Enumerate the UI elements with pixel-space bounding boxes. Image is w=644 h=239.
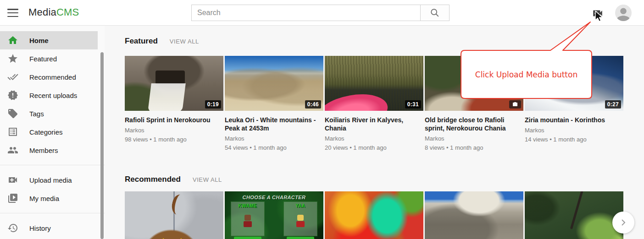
video-thumbnail[interactable] bbox=[425, 191, 523, 239]
game-screen-title: CHOOSE A CHARACTER bbox=[225, 195, 323, 200]
sidebar-item-categories[interactable]: Categories bbox=[0, 123, 98, 141]
person-icon bbox=[615, 6, 632, 21]
star-icon bbox=[7, 53, 18, 64]
tag-icon bbox=[7, 108, 18, 119]
history-icon bbox=[7, 223, 18, 234]
duration-badge: 0:46 bbox=[305, 100, 321, 109]
media-meta: 98 views • 1 month ago bbox=[125, 136, 223, 143]
sidebar-scrollbar[interactable] bbox=[100, 52, 104, 239]
thumb-art bbox=[148, 83, 186, 111]
thumb-art bbox=[244, 221, 252, 227]
recommended-cards-row: CHOOSE A CHARACTER KWAME Selected YAA Se… bbox=[125, 191, 625, 239]
view-all-link[interactable]: VIEW ALL bbox=[193, 176, 222, 183]
character-panel: YAA Select bbox=[283, 201, 317, 236]
video-thumbnail[interactable]: 0:31 bbox=[325, 56, 423, 111]
photo-camera-icon bbox=[512, 102, 518, 107]
media-card: 0:46 Leuka Ori - White mountains - Peak … bbox=[225, 56, 323, 152]
sidebar-group-media: Upload media My media bbox=[0, 165, 105, 207]
duration-badge: 0:19 bbox=[205, 100, 221, 109]
mediacms-page: MediaCMS Home bbox=[0, 0, 644, 239]
sidebar-item-home[interactable]: Home bbox=[0, 31, 98, 49]
media-card: CHOOSE A CHARACTER KWAME Selected YAA Se… bbox=[225, 191, 323, 239]
media-card bbox=[125, 191, 223, 239]
video-thumbnail[interactable] bbox=[525, 191, 623, 239]
sidebar-item-label: Featured bbox=[29, 55, 57, 63]
view-all-link[interactable]: VIEW ALL bbox=[170, 38, 199, 45]
duration-badge: 0:27 bbox=[605, 100, 621, 109]
media-author[interactable]: Markos bbox=[425, 135, 523, 142]
media-title[interactable]: Old bridge close to Rafioli sprint, Nero… bbox=[425, 116, 523, 132]
media-meta: 20 views • 1 month ago bbox=[325, 144, 423, 152]
sidebar-item-label: Upload media bbox=[29, 176, 72, 184]
search-input[interactable] bbox=[191, 5, 421, 21]
media-title[interactable]: Ziria mountain - Korinthos bbox=[525, 116, 623, 124]
media-author[interactable]: Markos bbox=[225, 135, 323, 142]
thumb-art bbox=[244, 215, 251, 221]
media-author[interactable]: Markos bbox=[125, 126, 223, 134]
sidebar-item-history[interactable]: History bbox=[0, 219, 98, 237]
sidebar-item-label: Categories bbox=[29, 128, 63, 136]
sidebar-group-history: History bbox=[0, 213, 105, 237]
thumb-art bbox=[570, 191, 584, 229]
sidebar-group-main: Home Featured Recommended Recent uploads… bbox=[0, 26, 105, 159]
categories-icon bbox=[7, 126, 18, 137]
topbar: MediaCMS bbox=[0, 0, 644, 26]
logo-media: Media bbox=[28, 6, 56, 18]
sidebar-item-upload-media[interactable]: Upload media bbox=[0, 171, 98, 189]
annotation-label: Click Upload Media button bbox=[461, 50, 592, 98]
video-thumbnail[interactable]: 0:46 bbox=[225, 56, 323, 111]
media-card bbox=[525, 191, 623, 239]
members-icon bbox=[7, 145, 18, 156]
menu-line bbox=[7, 16, 18, 17]
media-meta: 14 views • 1 month ago bbox=[525, 136, 623, 143]
media-meta: 54 views • 1 month ago bbox=[225, 144, 323, 152]
home-icon bbox=[7, 35, 18, 46]
sidebar-item-recommended[interactable]: Recommended bbox=[0, 68, 98, 86]
thumb-art bbox=[297, 215, 304, 221]
upload-media-button[interactable] bbox=[592, 7, 604, 19]
video-thumbnail[interactable]: CHOOSE A CHARACTER KWAME Selected YAA Se… bbox=[225, 191, 323, 239]
character-select-button: Selected bbox=[234, 237, 261, 239]
sidebar-item-label: Home bbox=[29, 37, 49, 44]
sidebar-item-label: History bbox=[29, 224, 51, 232]
sidebar-item-my-media[interactable]: My media bbox=[0, 189, 98, 207]
media-title[interactable]: Leuka Ori - White mountains - Peak at 24… bbox=[225, 116, 323, 132]
photo-type-badge bbox=[509, 100, 521, 109]
duration-badge: 0:31 bbox=[405, 100, 421, 109]
character-select-button: Select bbox=[287, 237, 314, 239]
sidebar-item-label: Tags bbox=[29, 110, 44, 118]
menu-icon[interactable] bbox=[7, 8, 18, 18]
search-icon bbox=[430, 8, 440, 18]
media-meta: 8 views • 1 month ago bbox=[425, 144, 523, 152]
thumb-art bbox=[170, 193, 187, 216]
logo-cms: CMS bbox=[56, 6, 79, 18]
search-bar bbox=[191, 5, 450, 21]
video-thumbnail[interactable] bbox=[125, 191, 223, 239]
video-thumbnail[interactable]: 0:19 bbox=[125, 56, 223, 111]
character-name: YAA bbox=[284, 203, 317, 208]
video-thumbnail[interactable] bbox=[325, 191, 423, 239]
character-sprite bbox=[296, 215, 305, 229]
sidebar-item-tags[interactable]: Tags bbox=[0, 104, 98, 123]
section-title: Recommended bbox=[125, 175, 181, 184]
character-sprite bbox=[244, 215, 252, 229]
sidebar-item-recent-uploads[interactable]: Recent uploads bbox=[0, 86, 98, 104]
thumb-art bbox=[155, 71, 185, 84]
upload-media-icon bbox=[7, 174, 18, 185]
carousel-next-button[interactable] bbox=[612, 212, 634, 234]
media-title[interactable]: Rafioli Sprint in Nerokourou bbox=[125, 116, 223, 124]
media-card bbox=[325, 191, 423, 239]
sidebar-item-label: My media bbox=[29, 195, 59, 202]
sidebar-item-label: Recommended bbox=[29, 73, 76, 81]
media-author[interactable]: Markos bbox=[325, 135, 423, 142]
media-title[interactable]: Koiliaris River in Kalyves, Chania bbox=[325, 116, 423, 132]
search-button[interactable] bbox=[420, 5, 450, 21]
my-media-icon bbox=[7, 193, 18, 204]
media-author[interactable]: Markos bbox=[525, 126, 623, 134]
logo[interactable]: MediaCMS bbox=[28, 6, 79, 18]
sidebar-item-members[interactable]: Members bbox=[0, 141, 98, 159]
done-all-icon bbox=[7, 71, 18, 82]
upload-media-icon bbox=[592, 7, 604, 19]
sidebar-item-featured[interactable]: Featured bbox=[0, 49, 98, 68]
user-avatar[interactable] bbox=[615, 5, 632, 21]
